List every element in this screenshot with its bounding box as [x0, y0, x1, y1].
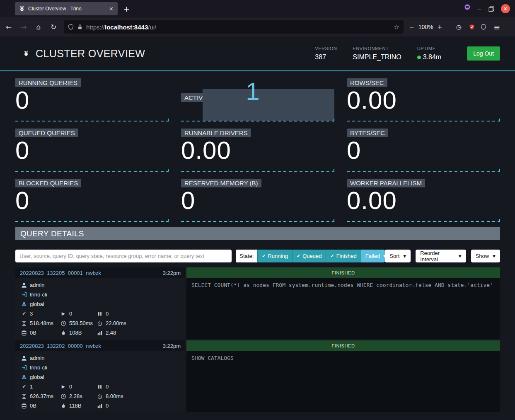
query-source: trino-cli	[30, 291, 47, 298]
trino-favicon-icon	[19, 6, 25, 12]
filter-queued-button[interactable]: ✔ Queued	[292, 250, 326, 262]
wall-time: 626.37ms	[30, 393, 53, 399]
sort-dropdown[interactable]: Sort ▼	[385, 250, 411, 262]
query-meta: admin trino-cli Aglobal ✔3 ▶0 0 518.48ms…	[15, 278, 185, 339]
url-host: localhost:8443	[105, 24, 148, 31]
uptime-label: UPTIME	[417, 46, 441, 51]
browser-tab[interactable]: Cluster Overview - Trino ✕	[15, 2, 118, 15]
zoom-out-icon[interactable]: −	[409, 24, 414, 30]
window-close-icon[interactable]: ✕	[501, 4, 510, 13]
parallelism: 0	[106, 403, 109, 409]
sparkline	[15, 221, 169, 222]
query-resource-group: global	[30, 374, 44, 380]
reorder-interval-dropdown[interactable]: Reorder Interval ▼	[416, 250, 466, 262]
sparkline	[15, 121, 169, 121]
zoom-in-icon[interactable]: +	[438, 24, 442, 30]
svg-text:A: A	[22, 301, 26, 307]
sparkline	[347, 171, 500, 172]
state-filter-group: State: ✔ Running ✔ Queued ✔ Finished Fai…	[236, 250, 385, 262]
wall-time-icon	[21, 320, 27, 326]
reload-icon[interactable]: ↻	[49, 23, 58, 31]
forward-icon[interactable]: →	[19, 23, 28, 31]
query-row: 20220823_132202_00000_nwbzk 3:22pm FINIS…	[15, 340, 500, 412]
parallelism: 2.48	[106, 330, 116, 336]
window-minimize-icon[interactable]: −	[477, 5, 482, 12]
query-row: 20220823_132205_00001_nwbzk 3:22pm FINIS…	[15, 267, 500, 339]
cpu-time-icon	[97, 320, 103, 326]
stat-active-workers: ACTIVE WORKERS 1	[181, 78, 334, 121]
logout-button[interactable]: Log Out	[467, 46, 500, 61]
uptime-status-dot	[417, 56, 421, 59]
resource-group-icon: A	[21, 374, 27, 380]
menu-icon[interactable]: ≡	[492, 22, 501, 32]
trino-logo	[23, 51, 29, 56]
window-restore-icon[interactable]	[488, 6, 494, 11]
page-title: CLUSTER OVERVIEW	[36, 48, 145, 60]
show-dropdown[interactable]: Show ▼	[471, 250, 500, 262]
check-icon: ✔	[330, 253, 334, 259]
privacy-shield-icon[interactable]	[481, 24, 486, 30]
sparkline	[181, 221, 334, 222]
current-memory-icon	[21, 403, 27, 409]
query-resource-group: global	[30, 301, 44, 307]
query-user: admin	[30, 355, 44, 361]
query-id-link[interactable]: 20220823_132205_00001_nwbzk	[20, 270, 101, 276]
current-memory: 0B	[30, 330, 36, 336]
zoom-level[interactable]: 100%	[418, 24, 433, 30]
back-icon[interactable]: ←	[4, 23, 13, 31]
completed-splits-icon: ✔	[21, 311, 27, 316]
total-time-icon	[60, 320, 66, 326]
url-scheme: https://	[86, 24, 105, 31]
current-memory-icon	[21, 330, 27, 336]
query-search-input[interactable]	[15, 250, 232, 262]
query-list: 20220823_132205_00001_nwbzk 3:22pm FINIS…	[0, 267, 515, 412]
peak-memory-icon	[60, 403, 66, 409]
user-icon	[21, 282, 27, 288]
filter-running-button[interactable]: ✔ Running	[257, 250, 292, 262]
url-path: /ui/	[148, 24, 156, 31]
sparkline-fill	[203, 89, 334, 121]
query-meta: admin trino-cli Aglobal ✔1 ▶0 0 626.37ms…	[15, 351, 185, 412]
new-tab-button[interactable]: +	[123, 5, 130, 13]
total-time: 2.28s	[69, 393, 82, 399]
peak-memory: 118B	[69, 403, 81, 409]
svg-text:A: A	[22, 374, 26, 380]
caret-down-icon: ▼	[459, 254, 462, 258]
query-id-link[interactable]: 20220823_132202_00000_nwbzk	[20, 343, 101, 349]
filter-failed-dropdown[interactable]: Failed ▼	[361, 250, 385, 262]
query-state-badge: FINISHED	[186, 267, 500, 278]
stat-blocked-queries: BLOCKED QUERIES 0	[15, 179, 169, 222]
extension-icon[interactable]	[469, 24, 475, 30]
user-icon	[21, 355, 27, 361]
query-header: 20220823_132202_00000_nwbzk 3:22pm	[15, 340, 185, 351]
environment-stat: ENVIRONMENT SIMPLE_TRINO	[353, 46, 401, 61]
stat-bytes-sec: BYTES/SEC 0	[347, 129, 500, 172]
running-splits: 0	[69, 311, 72, 317]
bookmark-star-icon[interactable]: ☆	[394, 23, 399, 31]
url-bar[interactable]: https://localhost:8443/ui/ ☆	[64, 20, 404, 34]
queued-splits: 0	[106, 311, 109, 317]
source-icon	[21, 292, 27, 298]
sparkline	[181, 171, 334, 172]
account-icon[interactable]	[464, 4, 470, 13]
history-clock-icon[interactable]: ◷	[454, 23, 463, 31]
browser-nav-bar: ← → ⌂ ↻ https://localhost:8443/ui/ ☆ − 1…	[0, 17, 515, 36]
home-icon[interactable]: ⌂	[34, 23, 43, 31]
tab-close-icon[interactable]: ✕	[109, 6, 114, 12]
query-time: 3:22pm	[163, 270, 181, 276]
uptime-stat: UPTIME 3.84m	[417, 46, 441, 61]
tab-title: Cluster Overview - Trino	[28, 6, 106, 12]
query-source: trino-cli	[30, 364, 47, 371]
filter-finished-button[interactable]: ✔ Finished	[326, 250, 360, 262]
stat-rows-sec: ROWS/SEC 0.00	[347, 78, 500, 121]
queued-splits: 0	[106, 384, 109, 390]
state-filter-label: State:	[236, 250, 257, 262]
caret-down-icon: ▼	[403, 254, 406, 258]
wall-time-icon	[21, 393, 27, 399]
running-splits-icon: ▶	[60, 311, 66, 316]
current-memory: 0B	[30, 403, 36, 409]
browser-tab-bar: Cluster Overview - Trino ✕ + − ✕	[0, 0, 515, 17]
lock-icon[interactable]	[77, 24, 83, 30]
stat-worker-parallelism: WORKER PARALLELISM 0.00	[347, 179, 500, 222]
tracking-shield-icon[interactable]	[68, 24, 74, 30]
